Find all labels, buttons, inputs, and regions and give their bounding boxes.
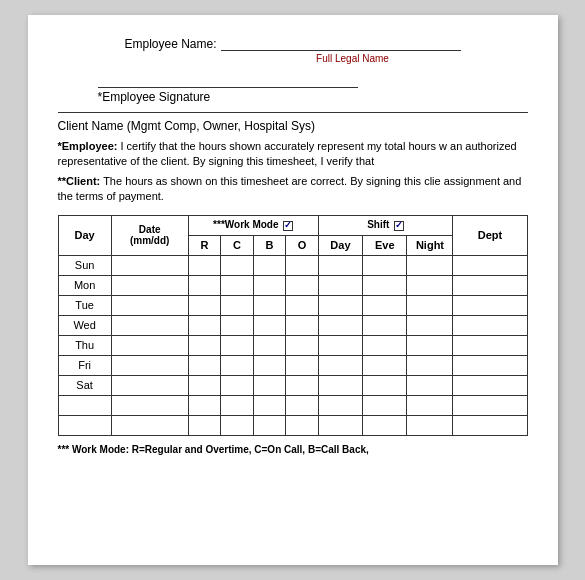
col-shift-header: Shift	[318, 215, 453, 235]
data-cell[interactable]	[363, 355, 407, 375]
data-cell[interactable]	[253, 415, 286, 435]
data-cell[interactable]	[453, 415, 527, 435]
data-cell[interactable]	[188, 255, 221, 275]
data-cell[interactable]	[318, 275, 362, 295]
data-cell[interactable]	[58, 415, 111, 435]
data-cell[interactable]	[286, 295, 319, 315]
full-legal-name-hint: Full Legal Name	[178, 53, 528, 64]
data-cell[interactable]	[407, 295, 453, 315]
data-cell[interactable]	[253, 295, 286, 315]
data-cell[interactable]	[453, 275, 527, 295]
data-cell[interactable]	[221, 255, 254, 275]
data-cell[interactable]	[453, 355, 527, 375]
data-cell[interactable]	[363, 335, 407, 355]
data-cell[interactable]	[221, 395, 254, 415]
data-cell[interactable]	[188, 315, 221, 335]
data-cell[interactable]	[111, 355, 188, 375]
data-cell[interactable]	[188, 375, 221, 395]
data-cell[interactable]	[363, 415, 407, 435]
data-cell[interactable]	[188, 415, 221, 435]
data-cell[interactable]	[318, 315, 362, 335]
data-cell[interactable]	[221, 295, 254, 315]
data-cell[interactable]	[407, 335, 453, 355]
data-cell[interactable]	[253, 395, 286, 415]
data-cell[interactable]	[318, 355, 362, 375]
data-cell[interactable]	[407, 315, 453, 335]
data-cell[interactable]	[363, 295, 407, 315]
data-cell[interactable]	[407, 375, 453, 395]
data-cell[interactable]	[111, 295, 188, 315]
data-cell[interactable]	[318, 255, 362, 275]
data-cell[interactable]	[188, 275, 221, 295]
data-cell[interactable]	[111, 395, 188, 415]
data-cell[interactable]	[453, 395, 527, 415]
data-cell[interactable]	[253, 255, 286, 275]
data-cell[interactable]	[286, 335, 319, 355]
data-cell[interactable]	[111, 415, 188, 435]
day-cell: Thu	[58, 335, 111, 355]
col-r-header: R	[188, 235, 221, 255]
data-cell[interactable]	[363, 315, 407, 335]
data-cell[interactable]	[286, 375, 319, 395]
data-cell[interactable]	[221, 275, 254, 295]
data-cell[interactable]	[253, 275, 286, 295]
data-cell[interactable]	[453, 335, 527, 355]
data-cell[interactable]	[363, 255, 407, 275]
data-cell[interactable]	[111, 255, 188, 275]
workmode-checkbox	[283, 221, 293, 231]
data-cell[interactable]	[286, 275, 319, 295]
data-cell[interactable]	[407, 395, 453, 415]
data-cell[interactable]	[111, 275, 188, 295]
data-cell[interactable]	[286, 255, 319, 275]
data-cell[interactable]	[221, 315, 254, 335]
data-cell[interactable]	[111, 375, 188, 395]
day-cell: Fri	[58, 355, 111, 375]
data-cell[interactable]	[253, 375, 286, 395]
client-name: Client Name (Mgmt Comp, Owner, Hospital …	[58, 119, 528, 133]
data-cell[interactable]	[363, 395, 407, 415]
data-cell[interactable]	[407, 415, 453, 435]
day-cell: Sat	[58, 375, 111, 395]
data-cell[interactable]	[318, 295, 362, 315]
data-cell[interactable]	[453, 375, 527, 395]
data-cell[interactable]	[111, 315, 188, 335]
data-cell[interactable]	[318, 375, 362, 395]
employee-name-input[interactable]	[221, 35, 461, 51]
col-b-header: B	[253, 235, 286, 255]
data-cell[interactable]	[58, 395, 111, 415]
divider-1	[58, 112, 528, 113]
data-cell[interactable]	[253, 355, 286, 375]
data-cell[interactable]	[221, 335, 254, 355]
data-cell[interactable]	[221, 355, 254, 375]
col-day-header: Day	[58, 215, 111, 255]
data-cell[interactable]	[453, 315, 527, 335]
day-cell: Tue	[58, 295, 111, 315]
data-cell[interactable]	[188, 395, 221, 415]
data-cell[interactable]	[407, 255, 453, 275]
data-cell[interactable]	[318, 335, 362, 355]
data-cell[interactable]	[221, 375, 254, 395]
data-cell[interactable]	[318, 415, 362, 435]
data-cell[interactable]	[453, 295, 527, 315]
data-cell[interactable]	[318, 395, 362, 415]
data-cell[interactable]	[188, 355, 221, 375]
data-cell[interactable]	[286, 415, 319, 435]
data-cell[interactable]	[286, 395, 319, 415]
data-cell[interactable]	[111, 335, 188, 355]
certify-employee-label: *Employee:	[58, 140, 118, 152]
data-cell[interactable]	[188, 335, 221, 355]
data-cell[interactable]	[286, 315, 319, 335]
data-cell[interactable]	[253, 315, 286, 335]
data-cell[interactable]	[407, 355, 453, 375]
data-cell[interactable]	[363, 375, 407, 395]
day-cell: Wed	[58, 315, 111, 335]
data-cell[interactable]	[188, 295, 221, 315]
data-cell[interactable]	[363, 275, 407, 295]
signature-line[interactable]	[98, 74, 358, 88]
data-cell[interactable]	[253, 335, 286, 355]
data-cell[interactable]	[221, 415, 254, 435]
data-cell[interactable]	[453, 255, 527, 275]
data-cell[interactable]	[407, 275, 453, 295]
timesheet-table: Day Date(mm/dd) ***Work Mode Shift Dept …	[58, 215, 528, 436]
data-cell[interactable]	[286, 355, 319, 375]
